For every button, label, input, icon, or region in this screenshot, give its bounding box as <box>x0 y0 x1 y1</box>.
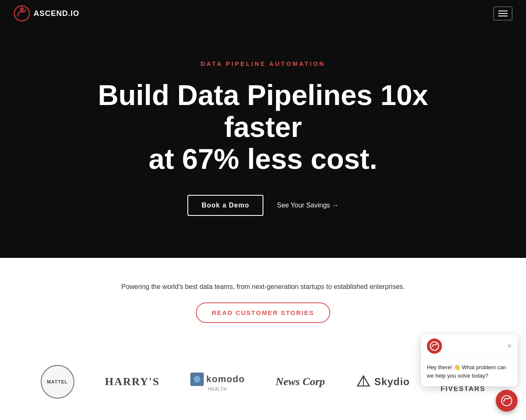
svg-point-5 <box>430 342 439 350</box>
see-savings-link[interactable]: See Your Savings → <box>277 202 339 209</box>
chat-close-button[interactable]: × <box>507 342 512 350</box>
navbar: ASCEND.IO <box>0 0 526 27</box>
komodo-logo-inner: komodo <box>190 373 245 386</box>
chat-launcher-icon <box>501 395 512 406</box>
harrys-logo: HARRY'S <box>105 375 160 388</box>
skydio-name-text: Skydio <box>374 376 410 388</box>
newscorp-logo: News Corp <box>276 375 325 388</box>
book-demo-button[interactable]: Book a Demo <box>187 195 263 216</box>
svg-point-6 <box>502 396 512 406</box>
hamburger-line-1 <box>498 10 508 11</box>
skydio-logo: Skydio <box>356 374 410 389</box>
skydio-logo-container: Skydio <box>356 374 410 389</box>
newscorp-logo-text: News Corp <box>276 375 325 388</box>
komodo-subtitle: HEALTH <box>208 387 227 391</box>
chat-header: × <box>421 334 518 358</box>
svg-point-1 <box>20 7 24 11</box>
hero-headline: Build Data Pipelines 10x faster at 67% l… <box>74 79 452 175</box>
hamburger-line-2 <box>498 13 508 14</box>
chat-launcher-button[interactable] <box>496 390 518 412</box>
hero-eyebrow: DATA PIPELINE AUTOMATION <box>17 60 509 67</box>
customer-stories-button[interactable]: Read Customer Stories <box>196 302 330 323</box>
ascend-logo-icon <box>13 5 30 22</box>
hero-headline-line1: Build Data Pipelines 10x faster <box>98 79 428 143</box>
logo-text: ASCEND.IO <box>34 9 79 18</box>
skydio-icon <box>356 374 371 389</box>
hamburger-menu-button[interactable] <box>493 6 513 21</box>
chat-avatar <box>427 339 442 354</box>
mattel-logo-badge: MATTEL <box>41 365 74 399</box>
powering-description: Powering the world's best data teams, fr… <box>17 283 509 291</box>
hamburger-line-3 <box>498 16 508 16</box>
komodo-logo: komodo HEALTH <box>190 373 245 391</box>
chat-widget: × Hey there! 👋 What problem can we help … <box>421 334 518 386</box>
mattel-logo-text: MATTEL <box>47 379 68 384</box>
komodo-icon <box>190 373 204 386</box>
mattel-logo: MATTEL <box>41 365 74 399</box>
chat-cloud-icon <box>430 341 439 351</box>
hero-section: DATA PIPELINE AUTOMATION Build Data Pipe… <box>0 27 526 258</box>
chat-greeting: Hey there! 👋 What problem can we help yo… <box>427 363 512 380</box>
logo[interactable]: ASCEND.IO <box>13 5 79 22</box>
hero-ctas: Book a Demo See Your Savings → <box>17 195 509 216</box>
chat-body: Hey there! 👋 What problem can we help yo… <box>421 358 518 386</box>
komodo-logo-container: komodo HEALTH <box>190 373 245 391</box>
komodo-name-text: komodo <box>206 374 245 385</box>
harrys-logo-text: HARRY'S <box>105 375 160 388</box>
hero-headline-line2: at 67% less cost. <box>149 143 377 175</box>
